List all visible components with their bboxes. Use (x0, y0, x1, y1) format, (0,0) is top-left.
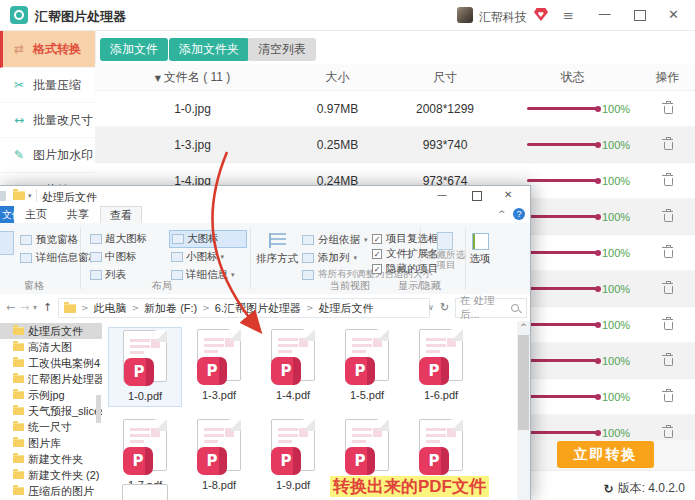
table-row[interactable]: 1-0.jpg0.97MB2008*1299100% (95, 91, 695, 127)
ribbon-checkbox[interactable]: ✓项目复选框 (372, 232, 439, 246)
collapse-ribbon-icon[interactable]: ^ (498, 209, 506, 219)
size-header[interactable]: 大小 (290, 69, 385, 86)
file-item[interactable]: P1-6.pdf (404, 327, 478, 407)
clear-list-button[interactable]: 清空列表 (248, 38, 316, 61)
scrollbar-thumb[interactable] (518, 335, 529, 430)
address-caret-icon[interactable]: ∨ (428, 303, 434, 312)
delete-icon[interactable] (662, 173, 673, 186)
file-item[interactable]: P1-3.pdf (182, 327, 256, 407)
up-icon[interactable]: ↑ (43, 301, 52, 314)
options-icon[interactable] (472, 233, 489, 250)
tree-item[interactable]: 压缩后的图片 (0, 483, 102, 499)
tree-item[interactable]: 统一尺寸 (0, 419, 102, 435)
layout-icon (171, 252, 183, 262)
scroll-up-icon[interactable]: ^ (517, 323, 530, 332)
sort-desc-icon[interactable]: ▼ (155, 74, 161, 83)
file-item[interactable]: P1-0.pdf (108, 327, 182, 407)
breadcrumb[interactable]: >此电脑>新加卷 (F:)>6.汇帮图片处理器>处理后文件 (58, 298, 430, 318)
convert-now-button[interactable]: 立即转换 (557, 441, 654, 468)
group-by-button[interactable]: 分组依据 ▾ (302, 233, 368, 247)
check-update-icon[interactable]: ↻ (604, 482, 614, 496)
tree-item[interactable]: 天气预报_slicesp (0, 403, 102, 419)
tree-item[interactable]: 新建文件夹 (0, 451, 102, 467)
tree-scrollbar-thumb[interactable] (96, 395, 101, 423)
layout-option[interactable]: 详细信息▾ (169, 266, 247, 284)
minimize-icon[interactable]: — (598, 7, 611, 20)
menu-icon[interactable]: ≡ (563, 9, 574, 22)
tree-item[interactable]: 汇帮图片处理器 (0, 371, 102, 387)
progress-label: 100% (602, 247, 630, 259)
sidebar-item-format-convert[interactable]: ⇄格式转换 (0, 31, 95, 68)
hide-selected-label[interactable]: 隐藏所选项目 (427, 250, 465, 270)
file-item[interactable]: P1-8.pdf (182, 417, 256, 497)
page-thumb (373, 338, 382, 347)
sort-by-icon[interactable] (269, 233, 286, 248)
breadcrumb-item[interactable]: 处理后文件 (319, 301, 374, 316)
vip-badge-icon[interactable]: ♥ (534, 8, 548, 21)
file-item[interactable]: P1-9.pdf (256, 417, 330, 497)
delete-icon[interactable] (662, 353, 673, 366)
tree-item[interactable]: 工改供电案例4 (0, 355, 102, 371)
tab-home[interactable]: 主页 (16, 206, 56, 223)
page-line (130, 339, 150, 342)
hide-selected-icon[interactable] (437, 232, 453, 250)
sidebar-item-watermark[interactable]: ✎图片加水印 (0, 138, 95, 173)
sidebar-item-batch-resize[interactable]: ↔批量改尺寸 (0, 103, 95, 138)
delete-icon[interactable] (662, 209, 673, 222)
tab-share[interactable]: 共享 (58, 206, 98, 223)
account-name[interactable]: 汇帮科技 (479, 9, 527, 26)
tree-item[interactable]: 新建文件夹 (2) (0, 467, 102, 483)
explorer-close-icon[interactable]: ✕ (504, 190, 512, 200)
maximize-icon[interactable] (634, 10, 646, 21)
explorer-scrollbar[interactable]: ^ (517, 321, 530, 500)
tree-item[interactable]: 处理后文件 (0, 323, 102, 339)
delete-icon[interactable] (662, 425, 673, 438)
file-action-cell (640, 353, 695, 369)
tree-item[interactable]: 高清大图 (0, 339, 102, 355)
delete-icon[interactable] (662, 137, 673, 150)
breadcrumb-item[interactable]: 新加卷 (F:) (144, 301, 197, 316)
delete-icon[interactable] (662, 317, 673, 330)
layout-option[interactable]: 中图标 (88, 248, 166, 266)
delete-icon[interactable] (662, 281, 673, 294)
explorer-minimize-icon[interactable]: — (437, 190, 447, 200)
sort-by-label[interactable]: 排序方式 (254, 252, 300, 266)
layout-option[interactable]: 小图标▾ (169, 248, 247, 266)
back-icon[interactable]: ← (6, 301, 15, 314)
quick-access-caret-icon[interactable]: ▾ (28, 192, 32, 200)
add-file-button[interactable]: 添加文件 (100, 38, 168, 61)
options-label[interactable]: 选项 (468, 252, 492, 266)
file-item[interactable]: P1-4.pdf (256, 327, 330, 407)
delete-icon[interactable] (662, 101, 673, 114)
sidebar-item-batch-compress[interactable]: ✂批量压缩 (0, 68, 95, 103)
tab-view[interactable]: 查看 (100, 206, 142, 223)
tree-item[interactable]: 示例jpg (0, 387, 102, 403)
tab-file[interactable]: 文件 (0, 206, 14, 223)
folder-icon (13, 359, 24, 367)
table-row[interactable]: 1-3.jpg0.25MB993*740100% (95, 127, 695, 163)
dimension-header[interactable]: 尺寸 (385, 69, 505, 86)
breadcrumb-item[interactable]: 此电脑 (94, 301, 127, 316)
search-input[interactable]: 在 处理后... (455, 298, 527, 318)
checkbox-label: 项目复选框 (386, 232, 439, 246)
navigation-pane-icon[interactable] (0, 231, 14, 255)
help-icon[interactable]: ? (513, 208, 525, 220)
page-line (426, 434, 446, 437)
delete-icon[interactable] (662, 245, 673, 258)
breadcrumb-item[interactable]: 6.汇帮图片处理器 (215, 301, 301, 316)
tree-item[interactable]: 图片库 (0, 435, 102, 451)
name-header[interactable]: ▼文件名 ( 11 ) (95, 69, 290, 86)
refresh-icon[interactable]: ↻ (440, 301, 449, 314)
add-column-button[interactable]: 添加列 ▾ (302, 251, 357, 265)
layout-option[interactable]: 大图标 (169, 230, 247, 248)
preview-pane-button[interactable]: 预览窗格 (20, 233, 78, 247)
close-icon[interactable]: ✕ (668, 8, 679, 21)
history-caret-icon[interactable]: ▾ (33, 303, 37, 312)
explorer-maximize-icon[interactable] (472, 191, 482, 201)
layout-option[interactable]: 超大图标 (88, 230, 166, 248)
add-folder-button[interactable]: 添加文件夹 (169, 38, 249, 61)
file-item[interactable]: P1-5.pdf (330, 327, 404, 407)
user-avatar[interactable] (457, 7, 473, 23)
delete-icon[interactable] (662, 389, 673, 402)
forward-icon[interactable]: → (20, 301, 29, 314)
